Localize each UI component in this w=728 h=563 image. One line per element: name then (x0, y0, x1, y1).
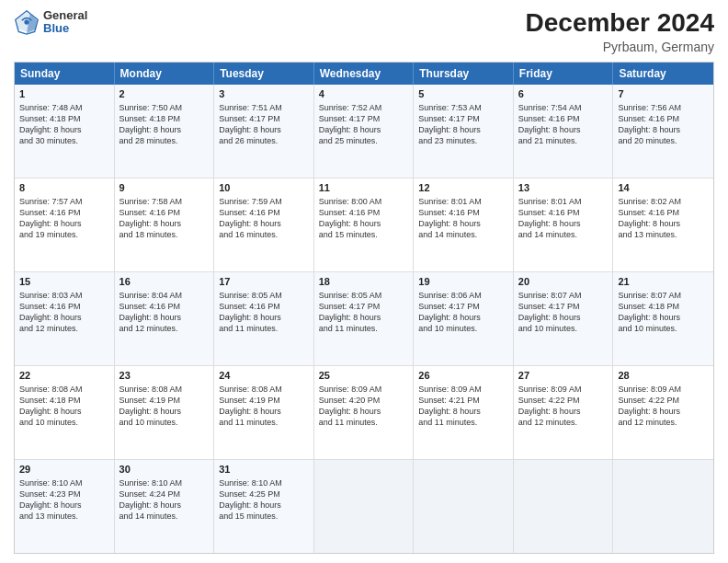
day-number: 28 (618, 369, 709, 383)
calendar-cell (514, 460, 614, 553)
calendar-cell: 2Sunrise: 7:50 AM Sunset: 4:18 PM Daylig… (115, 85, 215, 178)
day-number: 13 (518, 181, 609, 195)
calendar-cell: 21Sunrise: 8:07 AM Sunset: 4:18 PM Dayli… (613, 272, 713, 365)
day-info: Sunrise: 8:05 AM Sunset: 4:16 PM Dayligh… (219, 290, 309, 335)
day-info: Sunrise: 8:09 AM Sunset: 4:20 PM Dayligh… (319, 384, 409, 429)
day-info: Sunrise: 8:08 AM Sunset: 4:19 PM Dayligh… (219, 384, 309, 429)
day-number: 20 (518, 275, 609, 289)
day-info: Sunrise: 7:57 AM Sunset: 4:16 PM Dayligh… (19, 196, 109, 241)
day-info: Sunrise: 8:05 AM Sunset: 4:17 PM Dayligh… (319, 290, 409, 335)
page: General Blue December 2024 Pyrbaum, Germ… (0, 0, 728, 563)
day-number: 11 (319, 181, 409, 195)
day-info: Sunrise: 7:48 AM Sunset: 4:18 PM Dayligh… (19, 102, 109, 147)
header: General Blue December 2024 Pyrbaum, Germ… (14, 9, 714, 54)
day-number: 12 (418, 181, 508, 195)
calendar-row: 22Sunrise: 8:08 AM Sunset: 4:18 PM Dayli… (15, 365, 713, 459)
header-tuesday: Tuesday (214, 63, 314, 85)
day-info: Sunrise: 7:53 AM Sunset: 4:17 PM Dayligh… (418, 102, 508, 147)
day-number: 17 (219, 275, 309, 289)
day-info: Sunrise: 8:07 AM Sunset: 4:17 PM Dayligh… (518, 290, 609, 335)
calendar-cell: 28Sunrise: 8:09 AM Sunset: 4:22 PM Dayli… (613, 366, 713, 459)
day-number: 23 (119, 369, 210, 383)
logo-text: General Blue (43, 9, 87, 36)
logo-blue: Blue (43, 22, 87, 35)
header-thursday: Thursday (414, 63, 514, 85)
day-info: Sunrise: 8:09 AM Sunset: 4:22 PM Dayligh… (618, 384, 709, 429)
calendar-cell: 14Sunrise: 8:02 AM Sunset: 4:16 PM Dayli… (613, 178, 713, 271)
day-info: Sunrise: 8:04 AM Sunset: 4:16 PM Dayligh… (119, 290, 210, 335)
day-number: 2 (119, 87, 210, 101)
calendar-cell: 20Sunrise: 8:07 AM Sunset: 4:17 PM Dayli… (514, 272, 614, 365)
day-number: 30 (119, 463, 210, 477)
calendar-cell: 22Sunrise: 8:08 AM Sunset: 4:18 PM Dayli… (15, 366, 115, 459)
calendar-cell (414, 460, 514, 553)
day-info: Sunrise: 8:10 AM Sunset: 4:25 PM Dayligh… (219, 477, 309, 523)
calendar-cell: 8Sunrise: 7:57 AM Sunset: 4:16 PM Daylig… (15, 178, 115, 271)
day-number: 3 (219, 87, 309, 101)
day-info: Sunrise: 8:03 AM Sunset: 4:16 PM Dayligh… (19, 290, 109, 335)
day-info: Sunrise: 7:56 AM Sunset: 4:16 PM Dayligh… (618, 102, 709, 147)
calendar-cell: 9Sunrise: 7:58 AM Sunset: 4:16 PM Daylig… (115, 178, 215, 271)
day-info: Sunrise: 7:50 AM Sunset: 4:18 PM Dayligh… (119, 102, 210, 147)
calendar-row: 15Sunrise: 8:03 AM Sunset: 4:16 PM Dayli… (15, 271, 713, 365)
calendar-cell: 4Sunrise: 7:52 AM Sunset: 4:17 PM Daylig… (314, 85, 415, 178)
day-number: 29 (19, 463, 109, 477)
day-number: 16 (119, 275, 210, 289)
calendar-cell: 1Sunrise: 7:48 AM Sunset: 4:18 PM Daylig… (15, 85, 115, 178)
logo: General Blue (14, 9, 87, 36)
day-info: Sunrise: 8:01 AM Sunset: 4:16 PM Dayligh… (518, 196, 609, 241)
calendar-cell: 23Sunrise: 8:08 AM Sunset: 4:19 PM Dayli… (115, 366, 215, 459)
day-number: 26 (418, 369, 508, 383)
day-info: Sunrise: 8:02 AM Sunset: 4:16 PM Dayligh… (618, 196, 709, 241)
svg-point-3 (24, 20, 28, 25)
day-info: Sunrise: 7:58 AM Sunset: 4:16 PM Dayligh… (119, 196, 210, 241)
day-info: Sunrise: 7:51 AM Sunset: 4:17 PM Dayligh… (219, 102, 309, 147)
logo-general: General (43, 9, 87, 22)
calendar-cell: 29Sunrise: 8:10 AM Sunset: 4:23 PM Dayli… (15, 460, 115, 553)
day-info: Sunrise: 8:09 AM Sunset: 4:21 PM Dayligh… (418, 384, 508, 429)
day-number: 6 (518, 87, 609, 101)
day-number: 1 (19, 87, 109, 101)
day-number: 15 (19, 275, 109, 289)
calendar-cell: 5Sunrise: 7:53 AM Sunset: 4:17 PM Daylig… (414, 85, 514, 178)
location: Pyrbaum, Germany (526, 40, 714, 54)
day-info: Sunrise: 8:06 AM Sunset: 4:17 PM Dayligh… (418, 290, 508, 335)
day-info: Sunrise: 7:54 AM Sunset: 4:16 PM Dayligh… (518, 102, 609, 147)
day-number: 9 (119, 181, 210, 195)
calendar-header: Sunday Monday Tuesday Wednesday Thursday… (15, 63, 713, 85)
day-number: 10 (219, 181, 309, 195)
calendar-cell: 7Sunrise: 7:56 AM Sunset: 4:16 PM Daylig… (613, 85, 713, 178)
day-number: 31 (219, 463, 309, 477)
header-sunday: Sunday (15, 63, 115, 85)
calendar-cell: 25Sunrise: 8:09 AM Sunset: 4:20 PM Dayli… (314, 366, 415, 459)
title-block: December 2024 Pyrbaum, Germany (526, 9, 714, 54)
day-number: 7 (618, 87, 709, 101)
header-wednesday: Wednesday (314, 63, 415, 85)
header-friday: Friday (514, 63, 614, 85)
day-info: Sunrise: 8:10 AM Sunset: 4:24 PM Dayligh… (119, 477, 210, 523)
day-number: 18 (319, 275, 409, 289)
calendar-cell: 27Sunrise: 8:09 AM Sunset: 4:22 PM Dayli… (514, 366, 614, 459)
day-number: 25 (319, 369, 409, 383)
generalblue-logo-icon (14, 9, 40, 35)
day-number: 21 (618, 275, 709, 289)
day-number: 19 (418, 275, 508, 289)
calendar-cell: 17Sunrise: 8:05 AM Sunset: 4:16 PM Dayli… (214, 272, 314, 365)
day-number: 24 (219, 369, 309, 383)
day-info: Sunrise: 7:52 AM Sunset: 4:17 PM Dayligh… (319, 102, 409, 147)
calendar-cell: 6Sunrise: 7:54 AM Sunset: 4:16 PM Daylig… (514, 85, 614, 178)
calendar-row: 29Sunrise: 8:10 AM Sunset: 4:23 PM Dayli… (15, 459, 713, 553)
calendar-body: 1Sunrise: 7:48 AM Sunset: 4:18 PM Daylig… (15, 85, 713, 553)
calendar-cell: 24Sunrise: 8:08 AM Sunset: 4:19 PM Dayli… (214, 366, 314, 459)
day-number: 22 (19, 369, 109, 383)
calendar-cell: 13Sunrise: 8:01 AM Sunset: 4:16 PM Dayli… (514, 178, 614, 271)
calendar-cell (314, 460, 415, 553)
calendar-row: 1Sunrise: 7:48 AM Sunset: 4:18 PM Daylig… (15, 85, 713, 178)
calendar-cell: 12Sunrise: 8:01 AM Sunset: 4:16 PM Dayli… (414, 178, 514, 271)
calendar-cell: 15Sunrise: 8:03 AM Sunset: 4:16 PM Dayli… (15, 272, 115, 365)
day-info: Sunrise: 8:09 AM Sunset: 4:22 PM Dayligh… (518, 384, 609, 429)
calendar-cell (613, 460, 713, 553)
calendar: Sunday Monday Tuesday Wednesday Thursday… (14, 62, 714, 554)
day-info: Sunrise: 8:07 AM Sunset: 4:18 PM Dayligh… (618, 290, 709, 335)
day-number: 5 (418, 87, 508, 101)
